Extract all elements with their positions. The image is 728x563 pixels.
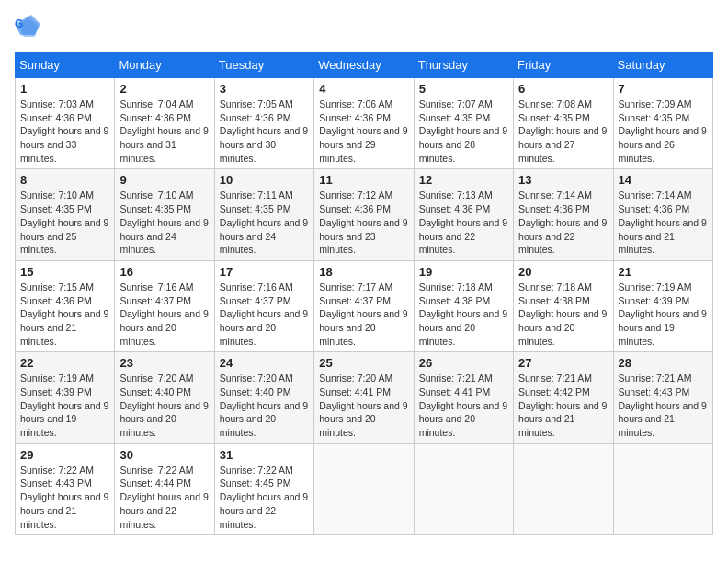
day-number: 16 <box>119 265 209 279</box>
day-info: Sunrise: 7:14 AM Sunset: 4:36 PM Dayligh… <box>619 189 708 256</box>
calendar-day-cell: 24 Sunrise: 7:20 AM Sunset: 4:40 PM Dayl… <box>214 352 313 443</box>
calendar-day-cell: 9 Sunrise: 7:10 AM Sunset: 4:35 PM Dayli… <box>115 169 214 260</box>
calendar-week-row: 15 Sunrise: 7:15 AM Sunset: 4:36 PM Dayl… <box>16 260 713 351</box>
day-number: 29 <box>20 448 109 462</box>
day-info: Sunrise: 7:19 AM Sunset: 4:39 PM Dayligh… <box>20 372 109 439</box>
calendar-day-cell: 1 Sunrise: 7:03 AM Sunset: 4:36 PM Dayli… <box>16 78 115 169</box>
calendar-day-cell: 30 Sunrise: 7:22 AM Sunset: 4:44 PM Dayl… <box>115 443 214 534</box>
calendar-day-cell: 2 Sunrise: 7:04 AM Sunset: 4:36 PM Dayli… <box>115 78 214 169</box>
calendar-day-cell: 27 Sunrise: 7:21 AM Sunset: 4:42 PM Dayl… <box>514 352 613 443</box>
day-number: 13 <box>518 173 608 187</box>
day-info: Sunrise: 7:21 AM Sunset: 4:41 PM Dayligh… <box>419 372 508 439</box>
calendar-day-cell: 15 Sunrise: 7:15 AM Sunset: 4:36 PM Dayl… <box>16 260 115 351</box>
calendar-day-cell: 13 Sunrise: 7:14 AM Sunset: 4:36 PM Dayl… <box>514 169 613 260</box>
day-number: 30 <box>119 448 209 462</box>
calendar-day-cell: 29 Sunrise: 7:22 AM Sunset: 4:43 PM Dayl… <box>16 443 115 534</box>
day-number: 8 <box>20 173 109 187</box>
day-number: 15 <box>20 265 109 279</box>
calendar-day-cell <box>414 443 513 534</box>
day-info: Sunrise: 7:11 AM Sunset: 4:35 PM Dayligh… <box>220 189 309 256</box>
calendar-day-cell <box>514 443 613 534</box>
day-number: 9 <box>119 173 209 187</box>
day-number: 19 <box>419 265 508 279</box>
calendar-day-cell: 16 Sunrise: 7:16 AM Sunset: 4:37 PM Dayl… <box>115 260 214 351</box>
day-info: Sunrise: 7:20 AM Sunset: 4:40 PM Dayligh… <box>119 372 209 439</box>
day-info: Sunrise: 7:18 AM Sunset: 4:38 PM Dayligh… <box>419 281 508 348</box>
calendar-day-cell: 18 Sunrise: 7:17 AM Sunset: 4:37 PM Dayl… <box>314 260 414 351</box>
day-info: Sunrise: 7:20 AM Sunset: 4:41 PM Dayligh… <box>319 372 408 439</box>
day-number: 25 <box>319 356 408 370</box>
calendar-week-row: 8 Sunrise: 7:10 AM Sunset: 4:35 PM Dayli… <box>16 169 713 260</box>
calendar-day-cell: 22 Sunrise: 7:19 AM Sunset: 4:39 PM Dayl… <box>16 352 115 443</box>
calendar-day-cell: 4 Sunrise: 7:06 AM Sunset: 4:36 PM Dayli… <box>314 78 414 169</box>
day-info: Sunrise: 7:19 AM Sunset: 4:39 PM Dayligh… <box>619 281 708 348</box>
day-number: 4 <box>319 82 408 96</box>
day-info: Sunrise: 7:14 AM Sunset: 4:36 PM Dayligh… <box>518 189 608 256</box>
day-number: 18 <box>319 265 408 279</box>
day-number: 12 <box>419 173 508 187</box>
day-info: Sunrise: 7:04 AM Sunset: 4:36 PM Dayligh… <box>119 98 209 165</box>
calendar-day-cell: 6 Sunrise: 7:08 AM Sunset: 4:35 PM Dayli… <box>514 78 613 169</box>
page-header: G <box>15 15 713 40</box>
day-number: 21 <box>619 265 708 279</box>
calendar-day-cell: 3 Sunrise: 7:05 AM Sunset: 4:36 PM Dayli… <box>214 78 313 169</box>
weekday-header: Thursday <box>414 52 513 78</box>
calendar-day-cell: 11 Sunrise: 7:12 AM Sunset: 4:36 PM Dayl… <box>314 169 414 260</box>
day-info: Sunrise: 7:16 AM Sunset: 4:37 PM Dayligh… <box>220 281 309 348</box>
day-info: Sunrise: 7:13 AM Sunset: 4:36 PM Dayligh… <box>419 189 508 256</box>
day-info: Sunrise: 7:21 AM Sunset: 4:42 PM Dayligh… <box>518 372 608 439</box>
weekday-header: Saturday <box>613 52 712 78</box>
logo: G <box>15 15 44 40</box>
day-info: Sunrise: 7:22 AM Sunset: 4:45 PM Dayligh… <box>220 464 309 531</box>
calendar-day-cell: 7 Sunrise: 7:09 AM Sunset: 4:35 PM Dayli… <box>613 78 712 169</box>
calendar-day-cell: 19 Sunrise: 7:18 AM Sunset: 4:38 PM Dayl… <box>414 260 513 351</box>
calendar-day-cell: 28 Sunrise: 7:21 AM Sunset: 4:43 PM Dayl… <box>613 352 712 443</box>
calendar-day-cell: 26 Sunrise: 7:21 AM Sunset: 4:41 PM Dayl… <box>414 352 513 443</box>
calendar-day-cell: 17 Sunrise: 7:16 AM Sunset: 4:37 PM Dayl… <box>214 260 313 351</box>
logo-icon: G <box>15 15 40 40</box>
day-info: Sunrise: 7:22 AM Sunset: 4:44 PM Dayligh… <box>119 464 209 531</box>
day-info: Sunrise: 7:05 AM Sunset: 4:36 PM Dayligh… <box>220 98 309 165</box>
calendar-day-cell: 5 Sunrise: 7:07 AM Sunset: 4:35 PM Dayli… <box>414 78 513 169</box>
day-info: Sunrise: 7:18 AM Sunset: 4:38 PM Dayligh… <box>518 281 608 348</box>
day-number: 3 <box>220 82 309 96</box>
day-number: 24 <box>220 356 309 370</box>
day-number: 7 <box>619 82 708 96</box>
weekday-header: Monday <box>115 52 214 78</box>
weekday-header: Sunday <box>16 52 115 78</box>
day-info: Sunrise: 7:10 AM Sunset: 4:35 PM Dayligh… <box>20 189 109 256</box>
day-number: 22 <box>20 356 109 370</box>
calendar-day-cell: 12 Sunrise: 7:13 AM Sunset: 4:36 PM Dayl… <box>414 169 513 260</box>
day-number: 31 <box>220 448 309 462</box>
weekday-header: Tuesday <box>214 52 313 78</box>
day-number: 6 <box>518 82 608 96</box>
calendar-week-row: 1 Sunrise: 7:03 AM Sunset: 4:36 PM Dayli… <box>16 78 713 169</box>
day-info: Sunrise: 7:16 AM Sunset: 4:37 PM Dayligh… <box>119 281 209 348</box>
day-number: 23 <box>119 356 209 370</box>
day-number: 1 <box>20 82 109 96</box>
weekday-header: Wednesday <box>314 52 414 78</box>
day-number: 10 <box>220 173 309 187</box>
day-info: Sunrise: 7:06 AM Sunset: 4:36 PM Dayligh… <box>319 98 408 165</box>
day-info: Sunrise: 7:17 AM Sunset: 4:37 PM Dayligh… <box>319 281 408 348</box>
day-number: 2 <box>119 82 209 96</box>
day-info: Sunrise: 7:22 AM Sunset: 4:43 PM Dayligh… <box>20 464 109 531</box>
day-info: Sunrise: 7:07 AM Sunset: 4:35 PM Dayligh… <box>419 98 508 165</box>
calendar-day-cell: 21 Sunrise: 7:19 AM Sunset: 4:39 PM Dayl… <box>613 260 712 351</box>
day-info: Sunrise: 7:15 AM Sunset: 4:36 PM Dayligh… <box>20 281 109 348</box>
calendar-table: SundayMondayTuesdayWednesdayThursdayFrid… <box>15 52 713 535</box>
day-info: Sunrise: 7:21 AM Sunset: 4:43 PM Dayligh… <box>619 372 708 439</box>
calendar-day-cell: 8 Sunrise: 7:10 AM Sunset: 4:35 PM Dayli… <box>16 169 115 260</box>
weekday-header: Friday <box>514 52 613 78</box>
calendar-day-cell <box>613 443 712 534</box>
day-info: Sunrise: 7:20 AM Sunset: 4:40 PM Dayligh… <box>220 372 309 439</box>
day-info: Sunrise: 7:03 AM Sunset: 4:36 PM Dayligh… <box>20 98 109 165</box>
calendar-day-cell: 10 Sunrise: 7:11 AM Sunset: 4:35 PM Dayl… <box>214 169 313 260</box>
calendar-day-cell: 14 Sunrise: 7:14 AM Sunset: 4:36 PM Dayl… <box>613 169 712 260</box>
calendar-day-cell <box>314 443 414 534</box>
day-info: Sunrise: 7:10 AM Sunset: 4:35 PM Dayligh… <box>119 189 209 256</box>
calendar-day-cell: 20 Sunrise: 7:18 AM Sunset: 4:38 PM Dayl… <box>514 260 613 351</box>
day-info: Sunrise: 7:08 AM Sunset: 4:35 PM Dayligh… <box>518 98 608 165</box>
calendar-day-cell: 31 Sunrise: 7:22 AM Sunset: 4:45 PM Dayl… <box>214 443 313 534</box>
day-info: Sunrise: 7:09 AM Sunset: 4:35 PM Dayligh… <box>619 98 708 165</box>
